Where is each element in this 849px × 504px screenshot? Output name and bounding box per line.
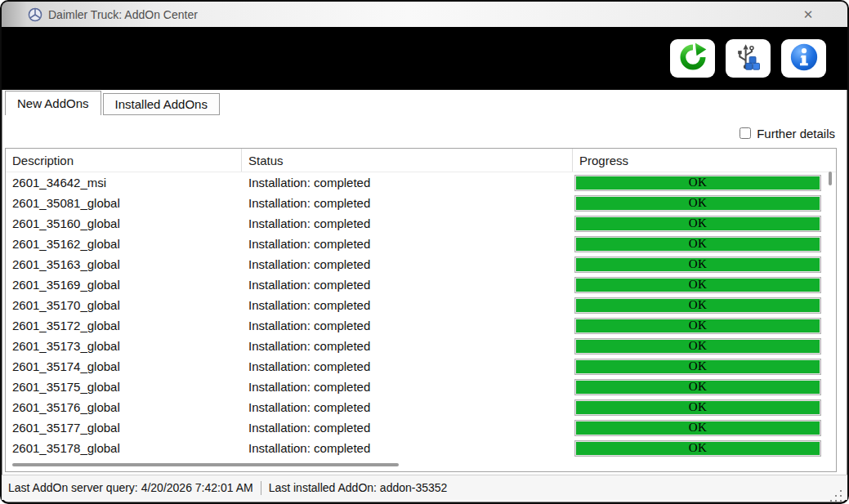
usb-icon — [734, 42, 763, 75]
row-progress-cell: OK — [573, 420, 836, 436]
row-progress-cell: OK — [573, 379, 836, 395]
table-row[interactable]: 2601_34642_msi Installation: completed O… — [6, 172, 836, 193]
progress-bar: OK — [574, 318, 821, 334]
row-progress-cell: OK — [573, 359, 836, 375]
table-row[interactable]: 2601_35169_global Installation: complete… — [6, 274, 836, 295]
resize-grip[interactable] — [829, 488, 842, 502]
tab-installed-addons[interactable]: Installed AddOns — [103, 93, 220, 115]
progress-label: OK — [689, 339, 708, 353]
progress-bar: OK — [574, 195, 821, 212]
app-window: Daimler Truck: AddOn Center ✕ — [0, 0, 849, 504]
status-separator — [261, 481, 261, 495]
progress-bar: OK — [574, 175, 821, 191]
refresh-button[interactable] — [670, 39, 715, 78]
column-header-status[interactable]: Status — [242, 149, 573, 172]
row-status: Installation: completed — [242, 400, 573, 414]
row-description: 2601_35175_global — [6, 380, 242, 394]
row-progress-cell: OK — [573, 440, 836, 457]
row-progress-cell: OK — [573, 216, 836, 232]
table-row[interactable]: 2601_35172_global Installation: complete… — [6, 315, 836, 336]
row-status: Installation: completed — [242, 216, 573, 230]
row-status: Installation: completed — [242, 176, 573, 190]
progress-bar: OK — [574, 236, 821, 252]
progress-label: OK — [689, 257, 708, 271]
row-description: 2601_35174_global — [6, 359, 242, 373]
progress-label: OK — [689, 216, 708, 230]
table-row[interactable]: 2601_35176_global Installation: complete… — [6, 397, 836, 417]
row-progress-cell: OK — [573, 256, 836, 273]
usb-install-button[interactable] — [726, 39, 771, 78]
row-description: 2601_35172_global — [6, 319, 242, 332]
table-row[interactable]: 2601_35162_global Installation: complete… — [6, 234, 836, 254]
further-details-label: Further details — [757, 127, 835, 140]
row-status: Installation: completed — [242, 319, 573, 332]
progress-label: OK — [689, 278, 708, 292]
info-icon — [789, 42, 820, 76]
progress-label: OK — [689, 380, 708, 394]
further-details-option: Further details — [740, 124, 835, 142]
progress-label: OK — [689, 319, 708, 332]
table-row[interactable]: 2601_35175_global Installation: complete… — [6, 377, 836, 397]
progress-bar: OK — [574, 277, 821, 293]
progress-bar: OK — [574, 256, 821, 273]
tab-new-addons[interactable]: New AddOns — [5, 91, 101, 115]
progress-bar: OK — [574, 379, 821, 395]
row-status: Installation: completed — [242, 380, 573, 394]
close-icon[interactable]: ✕ — [792, 2, 824, 27]
progress-bar: OK — [574, 420, 821, 436]
refresh-icon — [678, 42, 708, 75]
table-row[interactable]: 2601_35160_global Installation: complete… — [6, 213, 836, 234]
row-status: Installation: completed — [242, 196, 573, 210]
progress-label: OK — [689, 196, 708, 210]
progress-label: OK — [689, 421, 708, 435]
row-description: 2601_35169_global — [6, 278, 242, 292]
status-last-installed: Last installed AddOn: addon-35352 — [269, 481, 448, 494]
table-header: Description Status Progress — [6, 149, 836, 172]
progress-label: OK — [689, 441, 708, 455]
row-description: 2601_35160_global — [6, 216, 242, 230]
progress-bar: OK — [574, 216, 821, 232]
table-row[interactable]: 2601_35081_global Installation: complete… — [6, 193, 836, 213]
row-progress-cell: OK — [573, 195, 836, 212]
title-bar: Daimler Truck: AddOn Center ✕ — [2, 2, 847, 27]
row-status: Installation: completed — [242, 298, 573, 312]
row-progress-cell: OK — [573, 399, 836, 416]
table-row[interactable]: 2601_35170_global Installation: complete… — [6, 295, 836, 315]
table-row[interactable]: 2601_35174_global Installation: complete… — [6, 356, 836, 377]
progress-label: OK — [689, 298, 708, 312]
progress-bar: OK — [574, 399, 821, 416]
toolbar — [2, 27, 847, 90]
app-logo-icon — [28, 7, 42, 22]
row-progress-cell: OK — [573, 236, 836, 252]
table-body: 2601_34642_msi Installation: completed O… — [6, 172, 836, 458]
row-description: 2601_35176_global — [6, 400, 242, 414]
row-progress-cell: OK — [573, 277, 836, 293]
status-last-query: Last AddOn server query: 4/20/2026 7:42:… — [8, 481, 253, 494]
progress-label: OK — [689, 400, 708, 414]
info-button[interactable] — [781, 39, 826, 78]
progress-bar: OK — [574, 440, 821, 457]
further-details-checkbox[interactable] — [740, 127, 751, 139]
table-row[interactable]: 2601_35178_global Installation: complete… — [6, 438, 836, 458]
column-header-progress[interactable]: Progress — [573, 149, 836, 172]
tab-label: New AddOns — [17, 96, 89, 110]
row-progress-cell: OK — [573, 297, 836, 314]
row-progress-cell: OK — [573, 338, 836, 355]
row-description: 2601_35170_global — [6, 298, 242, 312]
table-row[interactable]: 2601_35173_global Installation: complete… — [6, 336, 836, 356]
horizontal-scrollbar-thumb[interactable] — [12, 463, 399, 466]
progress-label: OK — [689, 359, 708, 373]
table-row[interactable]: 2601_35177_global Installation: complete… — [6, 417, 836, 438]
vertical-scrollbar-thumb[interactable] — [829, 172, 832, 185]
addon-table: Description Status Progress 2601_34642_m… — [5, 148, 837, 472]
row-status: Installation: completed — [242, 339, 573, 353]
table-row[interactable]: 2601_35163_global Installation: complete… — [6, 254, 836, 274]
row-status: Installation: completed — [242, 278, 573, 292]
column-header-description[interactable]: Description — [6, 149, 242, 172]
tab-label: Installed AddOns — [115, 97, 208, 111]
row-status: Installation: completed — [242, 441, 573, 455]
row-description: 2601_34642_msi — [6, 176, 242, 190]
progress-bar: OK — [574, 338, 821, 355]
progress-bar: OK — [574, 297, 821, 314]
window-title: Daimler Truck: AddOn Center — [48, 8, 198, 21]
